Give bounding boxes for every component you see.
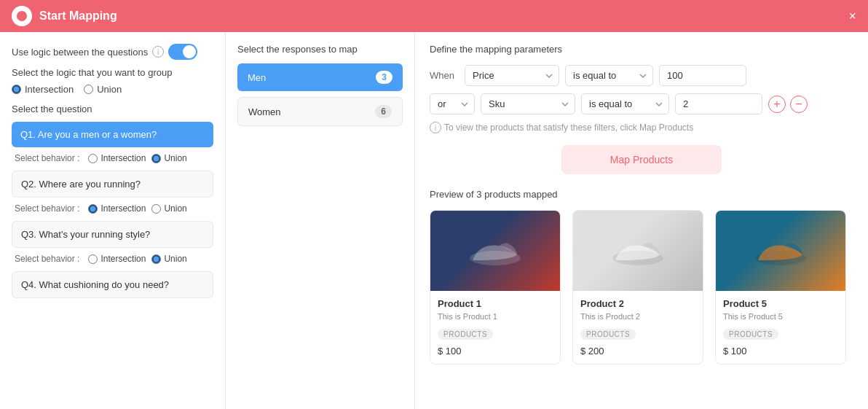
logic-radio-group: Intersection Union xyxy=(12,84,213,95)
question-btn-q2[interactable]: Q2. Where are you running? xyxy=(12,171,213,198)
q1-behavior-row: Select behavior : Intersection Union xyxy=(12,153,213,163)
q3-intersection-text: Intersection xyxy=(100,254,146,264)
info-icon: i xyxy=(152,46,164,58)
logic-group-label: Select the logic that you want to group xyxy=(12,67,213,78)
q3-radio-intersection[interactable] xyxy=(88,254,98,264)
response-women-badge: 6 xyxy=(375,105,392,118)
q2-intersection-label[interactable]: Intersection xyxy=(88,203,146,214)
q1-union-label[interactable]: Union xyxy=(151,153,186,163)
q3-behavior-row: Select behavior : Intersection Union xyxy=(12,254,213,264)
filter-hint: i To view the products that satisfy thes… xyxy=(430,122,853,133)
filter-actions: + − xyxy=(768,96,808,113)
radio-intersection-label[interactable]: Intersection xyxy=(12,84,74,95)
question-btn-q1[interactable]: Q1. Are you a men or a women? xyxy=(12,122,213,147)
q2-radio-intersection[interactable] xyxy=(88,204,98,214)
hint-info-icon: i xyxy=(430,122,441,133)
left-panel: Use logic between the questions i Select… xyxy=(0,32,226,409)
q2-behavior-row: Select behavior : Intersection Union xyxy=(12,203,213,214)
q1-radio-union[interactable] xyxy=(151,154,161,163)
q1-radio-intersection[interactable] xyxy=(88,154,98,163)
middle-panel: Select the responses to map Men 3 Women … xyxy=(226,32,415,409)
add-filter-button[interactable]: + xyxy=(768,96,786,113)
filter-operator-2[interactable]: is equal to is not equal to greater than… xyxy=(581,93,669,114)
shoe-svg-5 xyxy=(751,233,810,269)
shoe-svg-2 xyxy=(609,233,667,269)
question-btn-q3[interactable]: Q3. What's your running style? xyxy=(12,221,213,248)
q3-intersection-label[interactable]: Intersection xyxy=(88,254,146,264)
q3-behavior-label: Select behavior : xyxy=(15,254,79,264)
middle-section-title: Select the responses to map xyxy=(237,44,403,55)
q1-intersection-label[interactable]: Intersection xyxy=(88,153,146,163)
logic-toggle-label: Use logic between the questions xyxy=(12,47,148,58)
right-section-title: Define the mapping parameters xyxy=(430,44,853,55)
radio-union-text: Union xyxy=(97,84,122,95)
q1-behavior-label: Select behavior : xyxy=(15,153,79,163)
radio-union[interactable] xyxy=(84,85,93,94)
q4-label: Q4. What cushioning do you need? xyxy=(21,279,169,290)
app-title: Start Mapping xyxy=(39,9,117,23)
q2-behavior-label: Select behavior : xyxy=(15,203,79,214)
filter-row-2: or and Sku Price Name Stock is equal to … xyxy=(430,93,853,114)
filter-value-2[interactable] xyxy=(675,93,762,114)
product-desc-2: This is Product 2 xyxy=(580,312,695,321)
logo-inner xyxy=(17,11,27,21)
q3-union-text: Union xyxy=(164,254,186,264)
q2-intersection-text: Intersection xyxy=(100,203,146,214)
app-logo xyxy=(12,6,32,26)
radio-union-label[interactable]: Union xyxy=(84,84,122,95)
product-price-5: $ 100 xyxy=(723,346,838,357)
filter-field-2[interactable]: Sku Price Name Stock xyxy=(481,93,575,114)
q3-radio-union[interactable] xyxy=(151,254,161,264)
product-price-1: $ 100 xyxy=(438,346,553,357)
logic-section: Use logic between the questions i Select… xyxy=(12,44,213,95)
logic-toggle[interactable] xyxy=(168,44,197,60)
product-price-2: $ 200 xyxy=(580,346,695,357)
q3-label: Q3. What's your running style? xyxy=(21,229,150,240)
product-tag-2: PRODUCTS xyxy=(580,329,636,340)
response-btn-men[interactable]: Men 3 xyxy=(237,63,403,91)
product-image-5 xyxy=(716,211,845,291)
app-header: Start Mapping × xyxy=(0,0,868,32)
remove-filter-button[interactable]: − xyxy=(790,96,808,113)
product-name-2: Product 2 xyxy=(580,298,695,309)
product-card-2: Product 2 This is Product 2 PRODUCTS $ 2… xyxy=(572,210,703,365)
logic-toggle-row: Use logic between the questions i xyxy=(12,44,213,60)
response-men-badge: 3 xyxy=(376,71,392,84)
q2-radio-union[interactable] xyxy=(151,204,161,214)
q3-union-label[interactable]: Union xyxy=(151,254,186,264)
q1-union-text: Union xyxy=(164,153,186,163)
q1-label: Q1. Are you a men or a women? xyxy=(20,129,157,140)
product-info-2: Product 2 This is Product 2 PRODUCTS $ 2… xyxy=(573,291,703,364)
product-desc-5: This is Product 5 xyxy=(723,312,838,321)
product-card-1: Product 1 This is Product 1 PRODUCTS $ 1… xyxy=(430,210,561,365)
filter-row-1: When Price Sku Name Stock is equal to is… xyxy=(430,65,853,86)
response-women-label: Women xyxy=(248,106,281,117)
product-card-5: Product 5 This is Product 5 PRODUCTS $ 1… xyxy=(715,210,846,365)
filter-field-1[interactable]: Price Sku Name Stock xyxy=(465,65,559,86)
preview-title: Preview of 3 products mapped xyxy=(430,189,853,200)
radio-intersection[interactable] xyxy=(12,85,21,94)
header-left: Start Mapping xyxy=(12,6,117,26)
product-image-1 xyxy=(430,211,560,291)
right-panel: Define the mapping parameters When Price… xyxy=(415,32,868,409)
question-btn-q4[interactable]: Q4. What cushioning do you need? xyxy=(12,271,213,298)
close-button[interactable]: × xyxy=(848,9,856,24)
q2-union-text: Union xyxy=(164,203,186,214)
filter-value-1[interactable] xyxy=(659,65,746,86)
q1-intersection-text: Intersection xyxy=(100,153,146,163)
q2-union-label[interactable]: Union xyxy=(151,203,186,214)
question-section-title: Select the question xyxy=(12,104,213,114)
product-name-1: Product 1 xyxy=(438,298,553,309)
filter-operator-1[interactable]: is equal to is not equal to greater than… xyxy=(565,65,653,86)
filter-connector-2-select[interactable]: or and xyxy=(430,93,475,114)
toggle-knob xyxy=(183,45,196,58)
product-tag-5: PRODUCTS xyxy=(723,329,778,340)
q2-label: Q2. Where are you running? xyxy=(21,179,141,190)
map-products-button[interactable]: Map Products xyxy=(561,145,722,174)
product-info-5: Product 5 This is Product 5 PRODUCTS $ 1… xyxy=(716,291,845,364)
response-btn-women[interactable]: Women 6 xyxy=(237,97,403,126)
product-tag-1: PRODUCTS xyxy=(438,329,493,340)
radio-intersection-text: Intersection xyxy=(25,84,74,95)
products-grid: Product 1 This is Product 1 PRODUCTS $ 1… xyxy=(430,210,853,365)
product-name-5: Product 5 xyxy=(723,298,838,309)
